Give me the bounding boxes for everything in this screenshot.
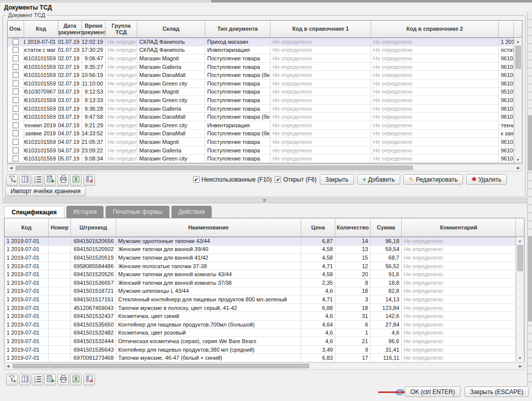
spec-column-header[interactable]: Комментарий bbox=[402, 218, 516, 236]
edit-button[interactable]: ✎Редактировать bbox=[403, 174, 463, 185]
row-checkbox[interactable] bbox=[13, 64, 19, 70]
spec-row[interactable]: 1 2019-07-014512067459043Тапочки мужские… bbox=[5, 304, 524, 312]
ok-button[interactable]: OK (ctrl ENTER) bbox=[405, 386, 461, 397]
row-checkbox[interactable] bbox=[13, 97, 19, 103]
spec-row[interactable]: 1 2019-07-016941501535643Контейнер для п… bbox=[5, 346, 524, 354]
spec-row[interactable]: 1 2019-07-016941501532437Косметичка, цве… bbox=[5, 312, 524, 320]
spec-column-header[interactable]: Наименование bbox=[116, 218, 301, 236]
spec-row[interactable]: 1 2019-07-016941501518721Мужские шпепанц… bbox=[5, 287, 524, 296]
numbered-list-button[interactable]: 123 bbox=[32, 374, 43, 385]
spec-row[interactable]: 1 2019-07-016958085584486Женские полосат… bbox=[5, 262, 524, 271]
doc-row[interactable]: 9610310155902.07.1911:10:00Не определено… bbox=[8, 79, 522, 88]
doc-column-header[interactable]: Код bbox=[24, 21, 58, 37]
unused-checkbox[interactable]: ✔ bbox=[193, 176, 200, 183]
numbered-list-button[interactable]: 123 bbox=[32, 174, 43, 186]
print-button[interactable] bbox=[57, 174, 69, 186]
doc-column-header[interactable]: Отм. bbox=[8, 21, 24, 37]
row-checkbox[interactable] bbox=[13, 47, 19, 53]
doc-row[interactable]: к заявке 201904.07.1914:33:52Не определе… bbox=[8, 130, 522, 138]
doc-column-header[interactable]: Код в справочнике 1 bbox=[271, 21, 371, 37]
spec-row[interactable]: 1 2019-07-016941501535650Контейнер для п… bbox=[5, 320, 524, 329]
filter-add-button[interactable] bbox=[6, 174, 18, 186]
scrollbar-thumb[interactable] bbox=[517, 245, 523, 271]
doc-column-header[interactable]: Дата документ bbox=[58, 21, 82, 37]
spec-row[interactable]: 1 2019-07-016941501536657Женский тапочки… bbox=[5, 279, 524, 287]
close-button[interactable]: Закрыть bbox=[320, 174, 354, 185]
spec-row[interactable]: 1 2019-07-016941501520656Мужские однотон… bbox=[5, 237, 524, 246]
tab-actions[interactable]: Действия bbox=[171, 206, 212, 218]
panel-splitter[interactable]: = bbox=[2, 198, 527, 203]
tab-print-forms[interactable]: Печатные формы bbox=[106, 206, 169, 218]
row-checkbox[interactable] bbox=[13, 130, 19, 136]
spec-column-header[interactable]: Сумма bbox=[371, 218, 402, 236]
doc-row[interactable]: остаток с маг01.07.1917:30:29Не определе… bbox=[8, 46, 522, 55]
row-checkbox[interactable] bbox=[13, 147, 19, 153]
doc-row[interactable]: 1 2019-07-0101.07.1912:02:19Не определен… bbox=[8, 38, 522, 46]
column-settings-button[interactable] bbox=[19, 374, 31, 385]
spec-column-header[interactable]: Количество bbox=[335, 218, 371, 236]
spec-row[interactable]: 1 2019-07-016941501532482Косметичка, цве… bbox=[5, 329, 524, 338]
calculator-add-button[interactable] bbox=[44, 174, 56, 186]
scroll-down-icon[interactable]: ▼ bbox=[516, 354, 523, 361]
close-escape-button[interactable]: Закрыть (ESCAPE) bbox=[465, 386, 529, 397]
tab-specification[interactable]: Спецификация bbox=[4, 206, 64, 218]
documents-table-horizontal-scrollbar[interactable]: ◀ ▶ bbox=[7, 164, 522, 172]
doc-column-header[interactable]: Код в справочнике 2 bbox=[371, 21, 499, 37]
column-settings-button[interactable] bbox=[19, 174, 31, 186]
doc-column-header[interactable]: Время документ bbox=[82, 21, 106, 37]
import-storage-cell-button[interactable]: Импорт ячейки хранения bbox=[5, 186, 86, 196]
scroll-up-icon[interactable]: ▲ bbox=[516, 237, 523, 244]
doc-row[interactable]: 9610310155904.07.1921:05:37Не определено… bbox=[8, 138, 522, 146]
scroll-left-icon[interactable]: ◀ bbox=[8, 165, 15, 172]
scroll-right-icon[interactable]: ▶ bbox=[515, 165, 522, 172]
documents-table-vertical-scrollbar[interactable]: ▲ ▼ bbox=[514, 38, 522, 163]
row-checkbox[interactable] bbox=[13, 39, 19, 45]
row-checkbox[interactable] bbox=[13, 122, 19, 128]
scrollbar-thumb[interactable] bbox=[13, 364, 309, 368]
spec-row[interactable]: 1 2019-07-016970091273468Тапочки мужские… bbox=[5, 354, 524, 362]
doc-row[interactable]: 9610310155903.07.199:47:58Не определеноМ… bbox=[8, 113, 522, 121]
calculator-add-button[interactable] bbox=[44, 374, 56, 385]
row-checkbox[interactable] bbox=[13, 106, 19, 112]
excel-export-button[interactable]: X bbox=[70, 374, 81, 385]
row-checkbox[interactable] bbox=[13, 81, 19, 87]
row-checkbox[interactable] bbox=[13, 114, 19, 120]
remove-column-button[interactable] bbox=[83, 374, 95, 385]
row-checkbox[interactable] bbox=[13, 55, 19, 61]
doc-row[interactable]: 9610310155905.07.199:08:34Не определеноМ… bbox=[8, 154, 522, 163]
remove-column-button[interactable] bbox=[83, 174, 95, 186]
doc-row[interactable]: 9610310155904.07.1923:09:22Не определено… bbox=[8, 146, 522, 155]
print-button[interactable] bbox=[57, 374, 69, 385]
filter-add-button[interactable] bbox=[6, 374, 18, 385]
spec-column-header[interactable]: Цена bbox=[301, 218, 335, 236]
scrollbar-thumb[interactable] bbox=[16, 166, 413, 170]
excel-export-button[interactable]: X bbox=[70, 174, 81, 186]
spec-row[interactable]: 1 2019-07-016941501520526Мужские тапочки… bbox=[5, 270, 524, 279]
row-checkbox[interactable] bbox=[13, 89, 19, 95]
add-button[interactable]: +Добавить bbox=[357, 174, 400, 185]
specification-table-vertical-scrollbar[interactable]: ▲ ▼ bbox=[516, 237, 524, 361]
scroll-down-icon[interactable]: ▼ bbox=[514, 156, 521, 163]
spec-row[interactable]: 1 2019-07-016941501517151Стеклянный конт… bbox=[5, 295, 524, 304]
doc-row[interactable]: 9510307096703.07.199:12:53Не определеноМ… bbox=[8, 88, 522, 97]
doc-row[interactable]: 9610310155903.07.199:13:33Не определеноМ… bbox=[8, 96, 522, 105]
scrollbar-thumb[interactable] bbox=[515, 46, 521, 69]
doc-row[interactable]: 9610310155902.07.1910:56:19Не определено… bbox=[8, 71, 522, 79]
scroll-up-icon[interactable]: ▲ bbox=[514, 38, 521, 45]
row-checkbox[interactable] bbox=[13, 139, 19, 145]
scroll-right-icon[interactable]: ▶ bbox=[517, 363, 524, 370]
doc-column-header[interactable]: Группа ТСД bbox=[106, 21, 137, 37]
scroll-left-icon[interactable]: ◀ bbox=[5, 363, 12, 370]
doc-row[interactable]: 9610310155902.07.199:06:47Не определеноМ… bbox=[8, 54, 522, 63]
doc-column-header[interactable]: Тип документа bbox=[205, 21, 271, 37]
spec-row[interactable]: 1 2019-07-016941501520502Женские тапочки… bbox=[5, 246, 524, 254]
tab-history[interactable]: История bbox=[66, 206, 104, 218]
open-checkbox[interactable]: ✔ bbox=[275, 176, 281, 183]
row-checkbox[interactable] bbox=[13, 155, 19, 162]
doc-row[interactable]: 9610310155902.07.199:35:27Не определеноМ… bbox=[8, 63, 522, 71]
spec-column-header[interactable]: Номер bbox=[49, 218, 71, 236]
spec-column-header[interactable]: Штрихкод bbox=[71, 218, 116, 236]
spec-row[interactable]: 1 2019-07-016941501520519Мужские тапочки… bbox=[5, 254, 524, 262]
doc-column-header[interactable] bbox=[499, 21, 514, 37]
spec-column-header[interactable]: Код bbox=[5, 218, 49, 236]
